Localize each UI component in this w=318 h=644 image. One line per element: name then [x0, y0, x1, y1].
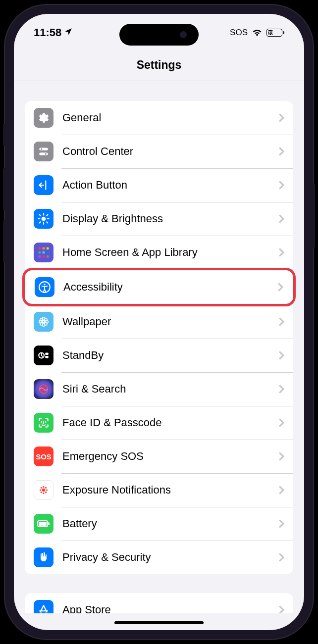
settings-row-battery[interactable]: Battery [25, 507, 293, 541]
svg-rect-10 [47, 251, 49, 254]
svg-point-34 [41, 487, 42, 489]
row-label: Exposure Notifications [62, 484, 278, 496]
svg-rect-0 [39, 148, 48, 150]
svg-point-3 [45, 153, 47, 154]
location-icon [64, 26, 73, 39]
settings-row-privacy[interactable]: Privacy & Security [25, 541, 293, 574]
svg-point-36 [41, 492, 42, 493]
svg-point-2 [41, 149, 42, 150]
svg-point-30 [43, 486, 44, 488]
svg-rect-40 [48, 522, 50, 525]
gear-icon [34, 108, 53, 128]
chevron-right-icon [278, 418, 284, 427]
screen: 11:58 SOS 39 Settings [14, 14, 304, 630]
row-label: General [62, 111, 278, 124]
row-label: Display & Brightness [62, 212, 278, 225]
status-left: 11:58 [34, 26, 73, 39]
wifi-icon [252, 27, 263, 38]
exposure-icon [34, 480, 53, 500]
row-label: Face ID & Passcode [62, 416, 278, 429]
chevron-right-icon [278, 248, 284, 257]
settings-content[interactable]: General Control Center Action Button [14, 81, 304, 613]
svg-rect-39 [39, 522, 47, 526]
chevron-right-icon [278, 181, 284, 190]
row-label: Wallpaper [62, 315, 278, 328]
svg-point-23 [40, 323, 43, 325]
svg-point-29 [42, 489, 46, 492]
battery-level: 39 [268, 30, 273, 35]
settings-group-2: App Store Wallet & Apple Pay [25, 593, 293, 613]
svg-point-33 [46, 489, 48, 491]
row-label: Control Center [62, 145, 278, 158]
settings-row-wallpaper[interactable]: Wallpaper [25, 305, 293, 339]
chevron-right-icon [278, 113, 284, 122]
status-time: 11:58 [34, 26, 61, 39]
svg-point-15 [44, 284, 45, 285]
settings-row-control-center[interactable]: Control Center [25, 135, 293, 168]
row-label: Emergency SOS [62, 450, 278, 463]
row-label: Privacy & Security [62, 551, 278, 564]
brightness-icon [34, 209, 53, 229]
svg-rect-27 [45, 356, 49, 358]
appstore-icon [34, 600, 53, 613]
chevron-right-icon [278, 147, 284, 156]
chevron-right-icon [278, 605, 284, 613]
svg-point-16 [43, 321, 45, 323]
page-title: Settings [14, 58, 304, 72]
settings-row-exposure[interactable]: Exposure Notifications [25, 473, 293, 507]
svg-point-21 [40, 318, 43, 321]
svg-rect-13 [47, 255, 49, 258]
nav-header: Settings [14, 44, 304, 81]
settings-row-general[interactable]: General [25, 101, 293, 135]
row-label: App Store [62, 603, 278, 613]
dynamic-island [119, 24, 199, 46]
settings-row-appstore[interactable]: App Store [25, 593, 293, 613]
settings-row-emergency-sos[interactable]: SOS Emergency SOS [25, 440, 293, 473]
chevron-right-icon [278, 519, 284, 528]
battery-indicator: 39 [266, 29, 284, 37]
svg-point-22 [45, 318, 47, 321]
chevron-right-icon [278, 553, 284, 562]
home-indicator[interactable] [114, 621, 204, 624]
power-button [312, 183, 315, 248]
chevron-right-icon [278, 385, 284, 394]
svg-rect-5 [39, 248, 41, 250]
volume-down-button [3, 220, 6, 262]
svg-rect-11 [39, 255, 41, 258]
row-label: Action Button [62, 179, 278, 192]
chevron-right-icon [278, 317, 284, 326]
settings-row-siri[interactable]: Siri & Search [25, 372, 293, 406]
battery-icon [34, 514, 53, 534]
svg-rect-26 [45, 353, 49, 355]
row-label: Home Screen & App Library [62, 246, 278, 259]
settings-row-standby[interactable]: StandBy [25, 339, 293, 372]
svg-rect-6 [43, 248, 45, 250]
settings-row-action-button[interactable]: Action Button [25, 168, 293, 202]
action-button-icon [34, 175, 53, 195]
sos-indicator: SOS [230, 28, 248, 38]
silent-switch [3, 124, 6, 146]
phone-frame: 11:58 SOS 39 Settings [5, 5, 313, 639]
svg-rect-1 [39, 152, 48, 155]
faceid-icon [34, 413, 53, 433]
svg-rect-12 [43, 255, 45, 258]
settings-row-home-screen[interactable]: Home Screen & App Library [25, 236, 293, 269]
row-label: Siri & Search [62, 383, 278, 396]
svg-point-24 [45, 323, 47, 325]
settings-row-accessibility[interactable]: Accessibility [22, 268, 296, 306]
row-label: Accessibility [63, 281, 277, 294]
svg-point-32 [40, 489, 41, 491]
chevron-right-icon [278, 452, 284, 461]
chevron-right-icon [278, 351, 284, 360]
settings-group-1: General Control Center Action Button [25, 101, 293, 574]
flower-icon [34, 312, 53, 332]
svg-point-35 [45, 487, 47, 489]
svg-point-31 [43, 493, 44, 494]
chevron-right-icon [278, 486, 284, 495]
hand-icon [34, 547, 53, 567]
svg-rect-9 [43, 251, 45, 254]
row-label: Battery [62, 517, 278, 530]
settings-row-faceid[interactable]: Face ID & Passcode [25, 406, 293, 440]
settings-row-display[interactable]: Display & Brightness [25, 202, 293, 236]
svg-rect-8 [39, 251, 41, 254]
